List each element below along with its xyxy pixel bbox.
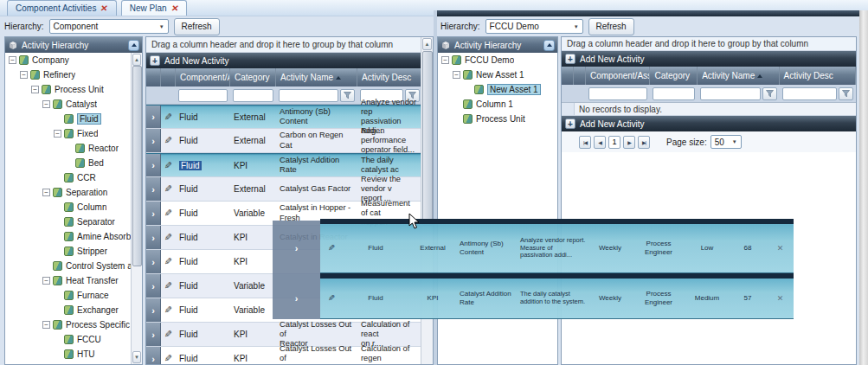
edit-pencil-icon[interactable]: ✎	[161, 183, 176, 195]
add-new-activity-button[interactable]: Add New Activity	[580, 54, 644, 64]
add-new-activity-button[interactable]: Add New Activity	[580, 119, 644, 129]
edit-pencil-icon[interactable]: ✎	[161, 208, 176, 219]
row-expand-chevron[interactable]: ›	[146, 323, 161, 346]
filter-input[interactable]	[178, 89, 228, 102]
tree-item-reactor[interactable]: Reactor	[5, 141, 142, 156]
tree-item-process-unit[interactable]: Process Unit	[438, 112, 557, 126]
column-header-component-asse[interactable]: Component/Asse	[176, 68, 230, 86]
pager-nav-button[interactable]: |◀	[579, 136, 591, 149]
tree-item-fixed[interactable]: −Fixed	[5, 126, 142, 141]
edit-pencil-icon[interactable]: ✎	[161, 256, 176, 267]
expand-toggle[interactable]: −	[54, 130, 61, 138]
row-expand-chevron[interactable]: ›	[146, 106, 161, 128]
scroll-thumb[interactable]	[422, 51, 433, 226]
tree-item-new-asset-1[interactable]: New Asset 1	[438, 82, 557, 97]
tree-item-process-unit[interactable]: −Process Unit	[5, 82, 142, 97]
expand-toggle[interactable]: −	[20, 71, 28, 79]
tree-item-ccr[interactable]: CCR	[5, 170, 142, 185]
tree-item-fccu-demo[interactable]: −FCCU Demo	[438, 53, 557, 67]
scroll-thumb[interactable]	[132, 66, 142, 266]
activity-row[interactable]: ›✎FluidVariableCatalyst in Hopper - Fres…	[146, 202, 433, 226]
tree-item-process-specific[interactable]: −Process Specific	[5, 317, 142, 332]
page-size-select[interactable]: 50▼	[710, 135, 742, 149]
filter-input[interactable]	[700, 87, 760, 100]
row-expand-chevron[interactable]: ›	[146, 250, 161, 273]
filter-input[interactable]	[279, 89, 338, 102]
pager-nav-button[interactable]: ▶|	[638, 136, 650, 149]
expand-toggle[interactable]: −	[42, 321, 50, 329]
filter-button[interactable]	[839, 87, 853, 100]
edit-pencil-icon[interactable]: ✎	[161, 112, 176, 123]
row-expand-chevron[interactable]: ›	[146, 129, 161, 152]
expand-toggle[interactable]: −	[42, 100, 50, 108]
tree-item-htu[interactable]: HTU	[5, 347, 142, 362]
plus-icon[interactable]: +	[565, 54, 575, 64]
add-new-activity-button[interactable]: Add New Activity	[164, 56, 228, 66]
tree-item-exchanger[interactable]: Exchanger	[5, 303, 142, 317]
filter-button[interactable]	[340, 89, 355, 102]
row-expand-chevron[interactable]: ›	[146, 298, 161, 322]
filter-input[interactable]	[233, 89, 273, 102]
close-icon[interactable]: ✕	[170, 4, 179, 12]
tree-item-column[interactable]: Column	[5, 200, 142, 215]
row-expand-chevron[interactable]: ›	[146, 202, 161, 225]
column-header-category[interactable]: Category	[230, 68, 276, 86]
tree-item-separator[interactable]: Separator	[5, 215, 142, 229]
tree-item-stripper[interactable]: Stripper	[5, 244, 142, 259]
refresh-button[interactable]: Refresh	[174, 18, 220, 35]
plus-icon[interactable]: +	[150, 55, 160, 66]
edit-pencil-icon[interactable]: ✎	[161, 353, 176, 364]
window-right-scrollbar[interactable]	[859, 10, 868, 365]
activity-row[interactable]: ›✎FluidVariable	[146, 274, 433, 298]
plus-icon[interactable]: +	[565, 118, 575, 129]
filter-input[interactable]	[653, 87, 695, 100]
column-header-activity-desc[interactable]: Activity Desc	[357, 68, 422, 86]
edit-pencil-icon[interactable]: ✎	[161, 304, 176, 316]
column-header-activity-name[interactable]: Activity Name	[698, 67, 779, 85]
activity-row[interactable]: ›✎FluidKPICatalyst Losses Out of Regener…	[146, 347, 433, 365]
row-expand-chevron[interactable]: ›	[146, 347, 161, 365]
edit-pencil-icon[interactable]: ✎	[161, 232, 176, 243]
expand-toggle[interactable]: −	[453, 71, 460, 79]
tree-item-company[interactable]: −Company	[5, 53, 142, 67]
scroll-up-arrow[interactable]: ▲	[132, 54, 141, 66]
tree-item-control-system-and-instru[interactable]: Control System and Instru	[5, 259, 142, 273]
collapse-button[interactable]	[543, 40, 555, 51]
tree-item-fccu[interactable]: FCCU	[5, 332, 142, 347]
edit-pencil-icon[interactable]: ✎	[161, 280, 176, 291]
tab-component-activities[interactable]: Component Activities✕	[7, 0, 117, 16]
activity-row[interactable]: ›✎FluidExternalCarbon on Regen CatRegen …	[146, 129, 433, 153]
tree-item-bed[interactable]: Bed	[5, 156, 142, 170]
tree-item-new-asset-1[interactable]: −New Asset 1	[438, 67, 557, 82]
column-header-category[interactable]: Category	[650, 67, 698, 85]
refresh-button[interactable]: Refresh	[588, 18, 634, 35]
expand-toggle[interactable]: −	[9, 56, 16, 64]
activity-row[interactable]: ›✎FluidKPI	[146, 250, 433, 274]
expand-toggle[interactable]: −	[42, 277, 50, 285]
tree-item-crude[interactable]: Crude	[5, 362, 142, 364]
tree-item-refinery[interactable]: −Refinery	[5, 67, 142, 82]
grid-scrollbar[interactable]: ▲	[421, 37, 433, 364]
close-icon[interactable]: ✕	[100, 4, 109, 12]
expand-toggle[interactable]: −	[31, 86, 39, 93]
tree-item-furnace[interactable]: Furnace	[5, 288, 142, 303]
tree-item-separation[interactable]: −Separation	[5, 185, 142, 200]
row-expand-chevron[interactable]: ›	[146, 226, 161, 249]
column-header-activity-name[interactable]: Activity Name	[276, 68, 357, 86]
tree-scrollbar[interactable]: ▲ ▼	[131, 53, 142, 364]
filter-input[interactable]	[588, 87, 648, 100]
scroll-down-arrow[interactable]: ▼	[132, 351, 141, 363]
column-header-activity-desc[interactable]: Activity Desc	[780, 67, 856, 85]
pager-nav-button[interactable]: ◀	[594, 136, 606, 149]
row-expand-chevron[interactable]: ›	[146, 177, 161, 201]
tree-item-heat-transfer[interactable]: −Heat Transfer	[5, 273, 142, 288]
tree-item-amine-absorber[interactable]: Amine Absorber	[5, 229, 142, 244]
row-expand-chevron[interactable]: ›	[146, 274, 161, 298]
filter-button[interactable]	[762, 87, 777, 100]
expand-toggle[interactable]: −	[441, 56, 449, 64]
tab-new-plan[interactable]: New Plan✕	[121, 0, 187, 16]
pager-page-1-button[interactable]: 1	[608, 136, 620, 149]
tree-item-column-1[interactable]: Column 1	[438, 97, 557, 112]
tree-item-catalyst[interactable]: −Catalyst	[5, 97, 142, 112]
filter-input[interactable]	[782, 87, 837, 100]
